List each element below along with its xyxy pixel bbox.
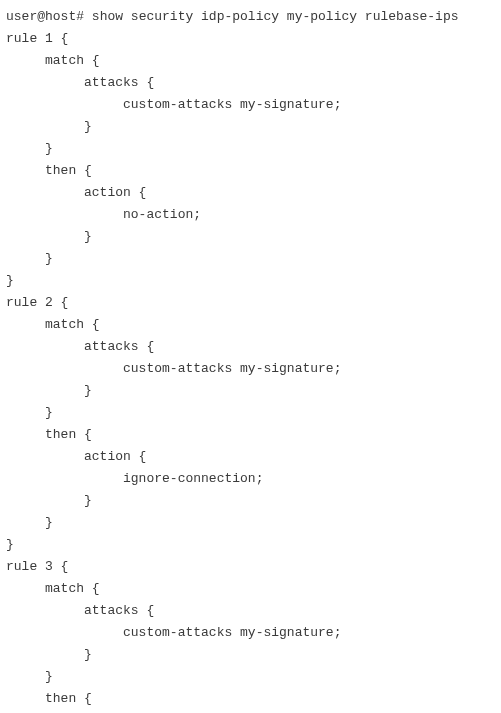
prompt-line: user@host# show security idp-policy my-p… [6,9,459,24]
command: show security idp-policy my-policy ruleb… [92,9,459,24]
prompt: user@host# [6,9,84,24]
terminal-output: user@host# show security idp-policy my-p… [0,0,501,713]
config-body: rule 1 { match { attacks { custom-attack… [6,31,341,706]
